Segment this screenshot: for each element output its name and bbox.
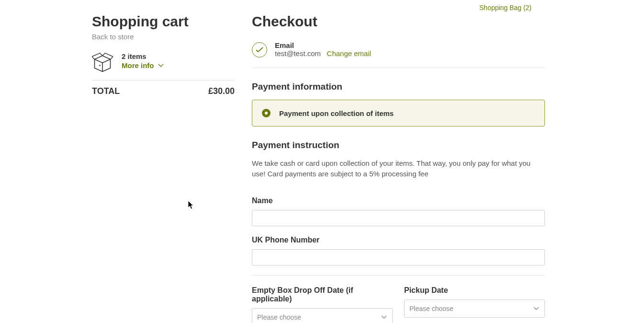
total-label: TOTAL [92, 86, 120, 96]
check-circle-icon [252, 42, 267, 58]
email-value: test@test.com [275, 49, 321, 58]
cart-sidebar: Shopping cart Back to store 2 items More… [92, 13, 235, 323]
total-row: TOTAL £30.00 [92, 86, 235, 96]
payment-option[interactable]: Payment upon collection of items [252, 100, 545, 127]
divider [252, 275, 545, 276]
name-label: Name [252, 196, 545, 205]
more-info-label: More info [122, 61, 154, 69]
checkout-main: Checkout Email test@test.com Change emai… [252, 13, 545, 323]
cart-summary: 2 items More info [92, 52, 235, 81]
pickup-date-select[interactable]: Please choose [404, 300, 545, 318]
back-to-store-link[interactable]: Back to store [92, 33, 134, 41]
shopping-bag-link[interactable]: Shopping Bag (2) [479, 4, 531, 12]
svg-point-0 [99, 65, 101, 66]
payment-instruction-title: Payment instruction [252, 140, 545, 150]
change-email-link[interactable]: Change email [327, 49, 372, 58]
name-input[interactable] [252, 210, 545, 226]
checkout-title: Checkout [252, 13, 545, 30]
radio-selected-icon [262, 109, 271, 117]
items-count: 2 items [122, 52, 164, 60]
phone-input[interactable] [252, 249, 545, 265]
pickup-date-label: Pickup Date [404, 286, 545, 295]
dropoff-date-select[interactable]: Please choose [252, 308, 393, 323]
sidebar-title: Shopping cart [92, 13, 235, 30]
more-info-toggle[interactable]: More info [122, 61, 164, 69]
chevron-down-icon [158, 64, 164, 68]
payment-option-label: Payment upon collection of items [279, 109, 394, 117]
email-section: Email test@test.com Change email [252, 41, 545, 68]
total-value: £30.00 [208, 86, 235, 96]
payment-instruction-text: We take cash or card upon collection of … [252, 158, 545, 179]
payment-info-title: Payment information [252, 81, 545, 92]
phone-label: UK Phone Number [252, 236, 545, 244]
dropoff-date-label: Empty Box Drop Off Date (if applicable) [252, 286, 393, 303]
email-label: Email [275, 41, 545, 49]
box-icon [92, 52, 113, 73]
